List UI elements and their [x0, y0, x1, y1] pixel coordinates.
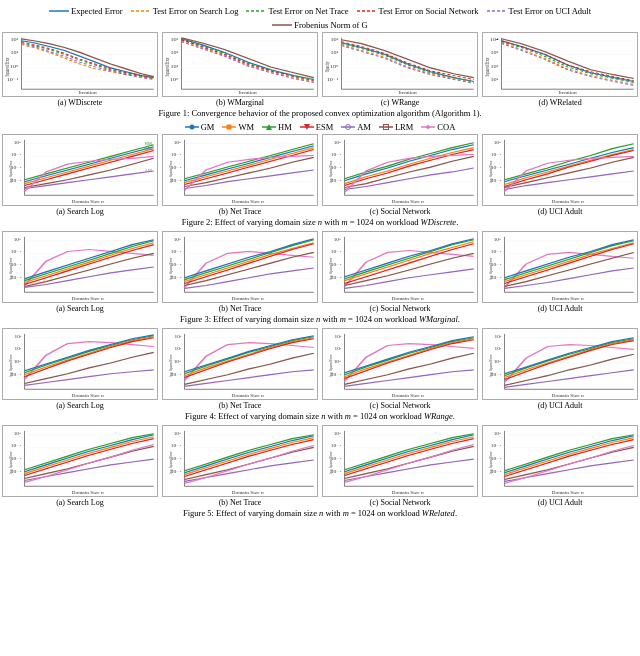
fig4-subfig-a: (a) Search Log — [2, 401, 158, 410]
svg-text:Avg. Squared Error: Avg. Squared Error — [489, 160, 494, 183]
svg-text:Domain Size n: Domain Size n — [72, 491, 105, 495]
legend-label-gm: GM — [201, 122, 215, 132]
svg-text:Domain Size n: Domain Size n — [392, 297, 425, 301]
svg-text:Avg. Squared Error: Avg. Squared Error — [329, 160, 334, 183]
fig5-subfig-c: (c) Social Network — [322, 498, 478, 507]
plot-wmarginal: 10³ 10² 10¹ 10⁰ Iterat — [162, 32, 318, 97]
legend-label: Frobenius Norm of G — [294, 20, 367, 30]
plot-fig5b: 10⁰ 10⁻¹ 10⁻² 10⁻³ — [162, 425, 318, 497]
legend-label-coa: COA — [437, 122, 455, 132]
svg-text:10¹: 10¹ — [10, 51, 19, 56]
svg-text:Avg. Squared Error: Avg. Squared Error — [489, 354, 494, 377]
svg-text:Squared Error: Squared Error — [164, 57, 170, 76]
legend-label-hm: HM — [278, 122, 292, 132]
svg-text:Avg. Squared Error: Avg. Squared Error — [489, 257, 494, 280]
legend-item-search-log: Test Error on Search Log — [131, 6, 239, 16]
svg-text:Domain Size n: Domain Size n — [72, 297, 105, 301]
svg-text:Domain Size n: Domain Size n — [552, 491, 585, 495]
plot-fig4b: 10² 10¹ 10⁰ 10⁻¹ — [162, 328, 318, 400]
svg-text:10⁻¹: 10⁻¹ — [331, 445, 342, 449]
fig3-cell-a: 10⁰ 10⁻¹ 10⁻² 10⁻³ — [2, 231, 158, 313]
fig3-cell-d: 10⁰ 10⁻¹ 10⁻² 10⁻³ — [482, 231, 638, 313]
fig1-cell-c: 10² 10¹ 10⁰ 10⁻¹ Itera — [322, 32, 478, 107]
svg-text:10⁻¹: 10⁻¹ — [491, 153, 502, 157]
svg-text:AM: AM — [145, 170, 153, 173]
legend-label: Test Error on Search Log — [153, 6, 239, 16]
fig3-subfig-b: (b) Net Trace — [162, 304, 318, 313]
legend-lrm: LRM — [379, 122, 413, 132]
svg-text:Domain Size n: Domain Size n — [72, 200, 105, 204]
svg-text:10¹: 10¹ — [495, 348, 503, 352]
svg-text:10¹: 10¹ — [491, 78, 500, 83]
svg-text:10¹: 10¹ — [175, 348, 183, 352]
svg-text:10⁰: 10⁰ — [174, 141, 182, 145]
fig2-subfig-c: (c) Social Network — [322, 207, 478, 216]
svg-text:10⁰: 10⁰ — [14, 141, 22, 145]
legend-label-wm: WM — [238, 122, 254, 132]
svg-marker-67 — [426, 125, 431, 130]
plot-fig2a: 10⁰ 10⁻¹ 10⁻² 10⁻³ — [2, 134, 158, 206]
svg-text:10¹: 10¹ — [335, 348, 343, 352]
svg-text:10²: 10² — [491, 64, 500, 69]
fig2-cell-a: 10⁰ 10⁻¹ 10⁻² 10⁻³ — [2, 134, 158, 216]
fig5-cell-d: 10⁰ 10⁻¹ 10⁻² 10⁻³ — [482, 425, 638, 507]
svg-text:10¹: 10¹ — [331, 51, 340, 56]
svg-text:Opacity: Opacity — [324, 61, 330, 72]
plot-fig3b: 10⁰ 10⁻¹ 10⁻² 10⁻³ — [162, 231, 318, 303]
svg-text:Domain Size n: Domain Size n — [392, 491, 425, 495]
fig4-row: 10² 10¹ 10⁰ 10⁻¹ — [2, 328, 638, 410]
svg-text:10²: 10² — [170, 51, 179, 56]
legend-label: Test Error on Net Trace — [268, 6, 348, 16]
fig1-cell-b: 10³ 10² 10¹ 10⁰ Iterat — [162, 32, 318, 107]
svg-text:Domain Size n: Domain Size n — [552, 394, 585, 398]
svg-text:10⁻¹: 10⁻¹ — [491, 445, 502, 449]
svg-text:Avg. Squared Error: Avg. Squared Error — [329, 354, 334, 377]
plot-fig4a: 10² 10¹ 10⁰ 10⁻¹ — [2, 328, 158, 400]
svg-text:Iteration: Iteration — [239, 91, 258, 95]
svg-text:10⁻¹: 10⁻¹ — [327, 78, 339, 83]
fig2-subfig-d: (d) UCI Adult — [482, 207, 638, 216]
fig1-cell-d: 10⁴ 10³ 10² 10¹ Iterat — [482, 32, 638, 107]
svg-text:10⁻¹: 10⁻¹ — [171, 153, 182, 157]
fig2-row: 10⁰ 10⁻¹ 10⁻² 10⁻³ — [2, 134, 638, 216]
subfig-label-a: (a) WDiscrete — [2, 98, 158, 107]
legend-label: Test Error on UCI Adult — [509, 6, 592, 16]
svg-text:Domain Size n: Domain Size n — [232, 491, 265, 495]
svg-text:10⁰: 10⁰ — [174, 360, 182, 364]
page: Expected Error Test Error on Search Log … — [0, 0, 640, 656]
legend-label: Test Error on Social Network — [379, 6, 479, 16]
svg-text:Avg. Squared Error: Avg. Squared Error — [329, 257, 334, 280]
fig4-cell-d: 10² 10¹ 10⁰ 10⁻¹ — [482, 328, 638, 410]
svg-text:Squared Error: Squared Error — [485, 57, 491, 76]
plot-fig2b: 10⁰ 10⁻¹ 10⁻² 10⁻³ — [162, 134, 318, 206]
legend-gm: GM — [185, 122, 215, 132]
svg-text:10⁰: 10⁰ — [494, 432, 502, 436]
fig2-subfig-a: (a) Search Log — [2, 207, 158, 216]
svg-text:Avg. Squared Error: Avg. Squared Error — [9, 257, 14, 280]
svg-text:10⁰: 10⁰ — [10, 64, 19, 69]
svg-text:Domain Size n: Domain Size n — [232, 200, 265, 204]
svg-text:Avg. Squared Error: Avg. Squared Error — [169, 257, 174, 280]
fig2-caption: Figure 2: Effect of varying domain size … — [2, 217, 638, 228]
svg-text:10²: 10² — [175, 335, 183, 339]
legend-hm: HM — [262, 122, 292, 132]
fig4-cell-c: 10² 10¹ 10⁰ 10⁻¹ — [322, 328, 478, 410]
legend-label-esm: ESM — [316, 122, 333, 132]
svg-text:10²: 10² — [335, 335, 343, 339]
legend-label-am: AM — [357, 122, 371, 132]
subfig-label-c: (c) WRange — [322, 98, 478, 107]
plot-wdiscrete: 10² 10¹ 10⁰ 10⁻¹ — [2, 32, 158, 97]
svg-text:Iteration: Iteration — [399, 91, 418, 95]
svg-text:10³: 10³ — [491, 51, 500, 56]
fig4-subfig-d: (d) UCI Adult — [482, 401, 638, 410]
svg-text:10⁻¹: 10⁻¹ — [11, 250, 22, 254]
svg-text:10⁻¹: 10⁻¹ — [11, 445, 22, 449]
svg-text:10⁰: 10⁰ — [174, 432, 182, 436]
svg-text:10⁰: 10⁰ — [334, 360, 342, 364]
plot-fig2d: 10⁰ 10⁻¹ 10⁻² 10⁻³ — [482, 134, 638, 206]
legend-item-uci: Test Error on UCI Adult — [487, 6, 592, 16]
plot-wrelated: 10⁴ 10³ 10² 10¹ Iterat — [482, 32, 638, 97]
legend-wm: WM — [222, 122, 254, 132]
fig4-caption: Figure 4: Effect of varying domain size … — [2, 411, 638, 422]
svg-text:Avg. Squared Error: Avg. Squared Error — [169, 354, 174, 377]
